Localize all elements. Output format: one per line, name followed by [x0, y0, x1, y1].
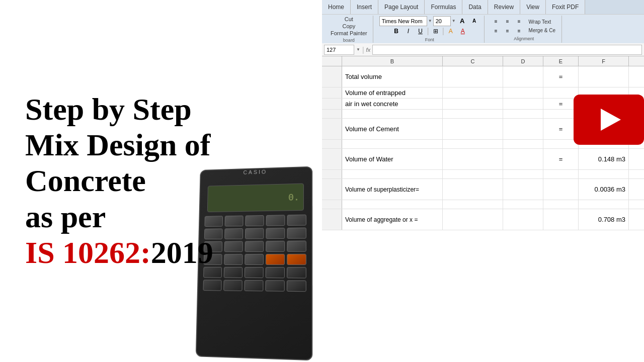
- border-button[interactable]: ⊞: [430, 26, 441, 36]
- tab-foxit[interactable]: Foxit PDF: [546, 0, 585, 14]
- cell-c9: [443, 179, 503, 200]
- merge-cells-button[interactable]: Merge & Ce: [527, 27, 557, 34]
- cell-b-aggregate[interactable]: Volume of aggregate or x =: [342, 209, 443, 230]
- bold-button[interactable]: B: [391, 26, 402, 36]
- increase-font-btn[interactable]: A: [457, 16, 468, 26]
- tab-insert[interactable]: Insert: [351, 0, 378, 14]
- tab-page-layout[interactable]: Page Layout: [378, 0, 425, 14]
- alignment-group: ≡ ≡ ≡ ≡ ≡ ≡ Wrap Text Merge & Ce Alignme…: [487, 16, 562, 43]
- calc-btn-25[interactable]: [223, 280, 243, 291]
- is-year: 2019: [151, 235, 213, 269]
- cell-f9-superplasticizer-value[interactable]: 0.0036 m3: [579, 179, 629, 200]
- align-bottom-left[interactable]: ≡: [491, 26, 502, 35]
- calc-btn-28[interactable]: [287, 280, 306, 292]
- cell-f7-water-value[interactable]: 0.148 m3: [579, 149, 629, 169]
- row-number: [322, 119, 342, 139]
- cell-e10: [543, 200, 579, 209]
- cell-b-water[interactable]: Volume of Water: [342, 149, 443, 169]
- cell-b-cement[interactable]: Volume of Cement: [342, 119, 443, 139]
- font-color-button[interactable]: A: [457, 26, 468, 36]
- cell-e11: [543, 209, 579, 230]
- formula-input[interactable]: [372, 45, 642, 55]
- cell-c8: [443, 170, 503, 178]
- font-bottom-row: B I U | ⊞ | A A: [391, 26, 468, 36]
- format-painter-button[interactable]: Format Painter: [329, 30, 369, 37]
- column-headers: B C D E F: [322, 56, 644, 66]
- tab-review[interactable]: Review: [488, 0, 520, 14]
- row-number: [322, 66, 342, 87]
- row-number: [322, 110, 342, 118]
- clipboard-group: Cut Copy Format Painter board: [325, 16, 373, 43]
- cell-e2: [543, 87, 579, 98]
- font-size-dropdown[interactable]: ▼: [452, 19, 456, 23]
- calc-btn-24[interactable]: [203, 280, 221, 291]
- cell-ref-dropdown[interactable]: ▼: [356, 47, 360, 52]
- table-row: Total volume =: [322, 66, 644, 87]
- cell-e9: [543, 179, 579, 200]
- align-top-left[interactable]: ≡: [491, 17, 502, 26]
- cell-b-entrapped[interactable]: Volume of entrapped: [342, 87, 443, 98]
- cell-f10: [579, 200, 629, 209]
- align-top-right[interactable]: ≡: [514, 17, 525, 26]
- align-top-center[interactable]: ≡: [502, 17, 513, 26]
- font-size-input[interactable]: [433, 16, 451, 26]
- play-icon: [601, 109, 621, 131]
- cell-d5: [503, 119, 543, 139]
- row-number: [322, 179, 342, 200]
- table-row: Volume of Water = 0.148 m3: [322, 149, 644, 170]
- cell-d2: [503, 87, 543, 98]
- wrap-text-button[interactable]: Wrap Text: [527, 18, 557, 26]
- cut-button[interactable]: Cut: [343, 16, 355, 23]
- tab-formulas[interactable]: Formulas: [425, 0, 462, 14]
- cell-e1[interactable]: =: [543, 66, 579, 87]
- decrease-font-btn[interactable]: A: [469, 16, 480, 26]
- row-number: [322, 99, 342, 109]
- row-number: [322, 200, 342, 209]
- tab-data[interactable]: Data: [462, 0, 488, 14]
- clipboard-label: board: [343, 38, 355, 43]
- tab-view[interactable]: View: [520, 0, 546, 14]
- cell-f1: [579, 66, 629, 87]
- align-bottom-right[interactable]: ≡: [514, 26, 525, 35]
- cell-e8: [543, 170, 579, 178]
- cell-d6: [503, 140, 543, 148]
- col-header-e: E: [543, 56, 579, 66]
- fill-color-button[interactable]: A: [445, 26, 456, 36]
- col-header-b: B: [342, 56, 443, 66]
- is-code: IS 10262:: [25, 235, 151, 269]
- cell-b-air[interactable]: air in wet concrete: [342, 99, 443, 109]
- cell-reference-input[interactable]: [324, 45, 354, 55]
- col-header-c: C: [443, 56, 503, 66]
- left-panel: Step by Step Mix Design of Concrete as p…: [0, 0, 322, 362]
- cell-d10: [503, 200, 543, 209]
- underline-button[interactable]: U: [415, 26, 426, 36]
- cell-e7[interactable]: =: [543, 149, 579, 169]
- cell-d4: [503, 110, 543, 118]
- fx-icon: fx: [366, 47, 371, 53]
- youtube-play-button[interactable]: [574, 95, 644, 145]
- row-number: [322, 209, 342, 230]
- table-row: Volume of aggregate or x = 0.708 m3: [322, 209, 644, 230]
- row-number: [322, 149, 342, 169]
- font-name-input[interactable]: [379, 16, 427, 26]
- cell-d8: [503, 170, 543, 178]
- cell-b-superplasticizer[interactable]: Volume of superplasticizer=: [342, 179, 443, 200]
- cell-d3: [503, 99, 543, 109]
- font-name-dropdown[interactable]: ▼: [428, 19, 432, 23]
- calc-btn-26[interactable]: [244, 280, 263, 291]
- font-group: ▼ ▼ A A B I U | ⊞ | A A Font: [375, 16, 485, 43]
- calc-btn-27[interactable]: [265, 280, 285, 292]
- align-bottom-center[interactable]: ≡: [502, 26, 513, 35]
- cell-d11: [503, 209, 543, 230]
- cell-c3: [443, 99, 503, 109]
- cell-c11: [443, 209, 503, 230]
- cell-f11-aggregate-value[interactable]: 0.708 m3: [579, 209, 629, 230]
- copy-button[interactable]: Copy: [341, 23, 357, 30]
- cell-b-total-vol[interactable]: Total volume: [342, 66, 443, 87]
- cell-c7: [443, 149, 503, 169]
- title-line1: Step by Step Mix Design of Concrete as p…: [25, 92, 297, 270]
- italic-button[interactable]: I: [403, 26, 414, 36]
- excel-panel: Home Insert Page Layout Formulas Data Re…: [322, 0, 644, 362]
- clipboard-btns3: Format Painter: [329, 30, 369, 37]
- tab-home[interactable]: Home: [322, 0, 351, 14]
